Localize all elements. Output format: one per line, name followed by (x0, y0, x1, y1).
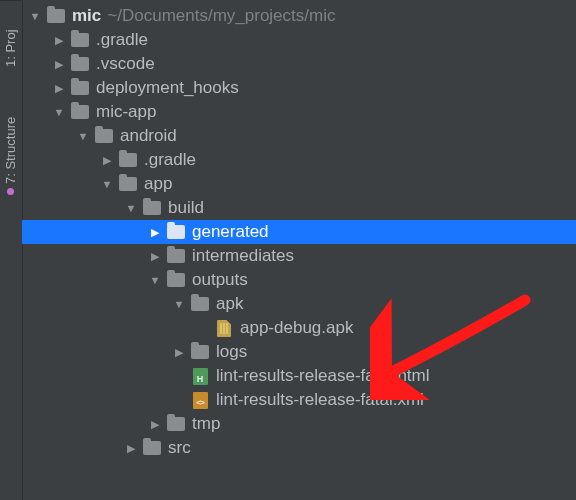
tree-row-outputs[interactable]: ▼ outputs (22, 268, 576, 292)
folder-label: generated (192, 222, 269, 242)
chevron-right-icon[interactable]: ▶ (172, 346, 186, 359)
structure-tool-tab[interactable]: 7: Structure (0, 79, 21, 201)
tool-window-tabs: 1: Proj 7: Structure (0, 0, 23, 500)
tree-row-tmp[interactable]: ▶ tmp (22, 412, 576, 436)
folder-label: deployment_hooks (96, 78, 239, 98)
chevron-right-icon[interactable]: ▶ (148, 250, 162, 263)
structure-tab-icon (7, 188, 14, 195)
tree-row-mic-app[interactable]: ▼ mic-app (22, 100, 576, 124)
chevron-down-icon[interactable]: ▼ (52, 106, 66, 118)
folder-label: apk (216, 294, 243, 314)
folder-icon (166, 247, 186, 265)
folder-label: .gradle (96, 30, 148, 50)
chevron-down-icon[interactable]: ▼ (148, 274, 162, 286)
tree-row-gradle[interactable]: ▶ .gradle (22, 28, 576, 52)
folder-label: build (168, 198, 204, 218)
folder-icon (166, 223, 186, 241)
chevron-down-icon[interactable]: ▼ (124, 202, 138, 214)
chevron-down-icon[interactable]: ▼ (100, 178, 114, 190)
chevron-down-icon[interactable]: ▼ (28, 10, 42, 22)
folder-icon (46, 7, 66, 25)
tree-row-build[interactable]: ▼ build (22, 196, 576, 220)
project-tab-label: 1: Proj (3, 29, 18, 67)
folder-label: src (168, 438, 191, 458)
tree-row-vscode[interactable]: ▶ .vscode (22, 52, 576, 76)
folder-icon (70, 79, 90, 97)
tree-row-android-gradle[interactable]: ▶ .gradle (22, 148, 576, 172)
tree-row-generated[interactable]: ▶ generated (22, 220, 576, 244)
project-tree[interactable]: ▼ mic ~/Documents/my_projects/mic ▶ .gra… (22, 0, 576, 500)
tree-row-lint-html[interactable]: ▶ lint-results-release-fatal.html (22, 364, 576, 388)
chevron-right-icon[interactable]: ▶ (148, 226, 162, 239)
apk-file-icon (214, 319, 234, 337)
folder-icon (70, 55, 90, 73)
root-folder-name: mic (72, 6, 101, 26)
tree-row-app[interactable]: ▼ app (22, 172, 576, 196)
tree-row-lint-xml[interactable]: ▶ lint-results-release-fatal.xml (22, 388, 576, 412)
folder-icon (70, 103, 90, 121)
folder-label: intermediates (192, 246, 294, 266)
chevron-right-icon[interactable]: ▶ (148, 418, 162, 431)
tree-row-logs[interactable]: ▶ logs (22, 340, 576, 364)
folder-label: logs (216, 342, 247, 362)
folder-label: outputs (192, 270, 248, 290)
folder-icon (118, 151, 138, 169)
chevron-right-icon[interactable]: ▶ (52, 58, 66, 71)
project-tool-tab[interactable]: 1: Proj (0, 0, 21, 73)
folder-icon (94, 127, 114, 145)
chevron-right-icon[interactable]: ▶ (124, 442, 138, 455)
html-file-icon (190, 367, 210, 385)
tree-row-apk[interactable]: ▼ apk (22, 292, 576, 316)
folder-icon (118, 175, 138, 193)
folder-label: android (120, 126, 177, 146)
file-label: app-debug.apk (240, 318, 353, 338)
folder-icon (70, 31, 90, 49)
xml-file-icon (190, 391, 210, 409)
root-folder-path: ~/Documents/my_projects/mic (107, 6, 335, 26)
folder-label: tmp (192, 414, 220, 434)
chevron-right-icon[interactable]: ▶ (52, 82, 66, 95)
folder-label: .vscode (96, 54, 155, 74)
folder-icon (166, 415, 186, 433)
folder-label: app (144, 174, 172, 194)
chevron-down-icon[interactable]: ▼ (76, 130, 90, 142)
folder-label: .gradle (144, 150, 196, 170)
folder-icon (190, 343, 210, 361)
tree-row-deployment-hooks[interactable]: ▶ deployment_hooks (22, 76, 576, 100)
tree-row-app-debug-apk[interactable]: ▶ app-debug.apk (22, 316, 576, 340)
tree-row-src[interactable]: ▶ src (22, 436, 576, 460)
folder-icon (166, 271, 186, 289)
chevron-right-icon[interactable]: ▶ (100, 154, 114, 167)
folder-icon (142, 199, 162, 217)
tree-row-intermediates[interactable]: ▶ intermediates (22, 244, 576, 268)
file-label: lint-results-release-fatal.html (216, 366, 430, 386)
structure-tab-label: 7: Structure (3, 117, 18, 184)
folder-icon (142, 439, 162, 457)
folder-icon (190, 295, 210, 313)
tree-row-android[interactable]: ▼ android (22, 124, 576, 148)
chevron-right-icon[interactable]: ▶ (52, 34, 66, 47)
file-label: lint-results-release-fatal.xml (216, 390, 424, 410)
chevron-down-icon[interactable]: ▼ (172, 298, 186, 310)
folder-label: mic-app (96, 102, 156, 122)
tree-row-root[interactable]: ▼ mic ~/Documents/my_projects/mic (22, 4, 576, 28)
